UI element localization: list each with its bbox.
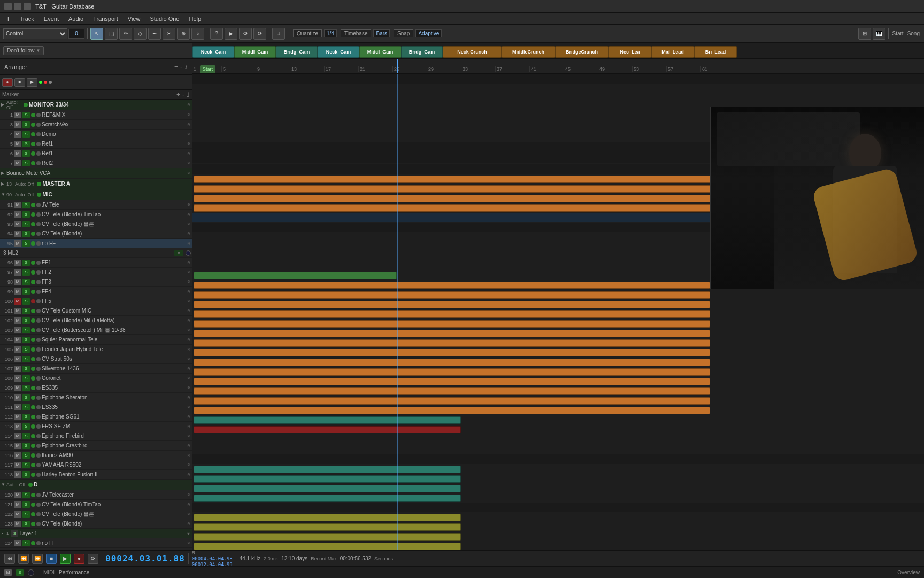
clip-109[interactable] <box>194 359 710 366</box>
clip-111[interactable] <box>194 378 710 385</box>
track-7-mute[interactable]: M <box>14 160 21 166</box>
track-row-104[interactable]: 104 M S Squier Paranormal Tele ≋ <box>0 335 192 345</box>
clip-124[interactable] <box>194 514 461 521</box>
paint-tool-btn[interactable]: ✒ <box>148 28 161 40</box>
content-row-118[interactable] <box>192 444 924 454</box>
status-m-btn[interactable]: M <box>4 569 12 576</box>
play-small-btn[interactable]: ▶ <box>27 78 37 87</box>
track-row-108[interactable]: 108 M S Coronet ≋ <box>0 374 192 383</box>
segment-nec-lead[interactable]: Nec_Lea <box>609 46 651 58</box>
track-row-4[interactable]: 4 M S Demo ≋ <box>0 130 192 139</box>
pencil-tool-btn[interactable]: ✏ <box>119 28 132 40</box>
content-row-108[interactable] <box>192 348 924 358</box>
track-4-solo[interactable]: S <box>22 131 30 138</box>
menu-item-help[interactable]: Help <box>184 14 205 23</box>
track-group-d[interactable]: ▼ Auto: Off D <box>0 480 192 490</box>
segment-bridg-gain-1[interactable]: Bridg_Gain <box>276 46 318 58</box>
content-row-112[interactable] <box>192 386 924 396</box>
clip-127[interactable] <box>194 543 461 550</box>
track-row-125[interactable]: 125 M S FFx1 ≋ <box>0 548 192 550</box>
midi-status[interactable]: MIDI <box>43 569 55 575</box>
performance-status[interactable]: Performance <box>59 569 89 575</box>
menu-item-view[interactable]: View <box>124 14 145 23</box>
clip-125[interactable] <box>194 523 461 531</box>
segment-mid-lead[interactable]: Mid_Lead <box>651 46 694 58</box>
content-row-121[interactable] <box>192 474 924 484</box>
segment-neck-crunch[interactable]: Neck Crunch <box>443 46 502 58</box>
metronome-btn[interactable]: ⟳ <box>253 28 266 40</box>
track-row-instrument[interactable]: 3 ML2 ▼ <box>0 248 192 258</box>
track-7-solo[interactable]: S <box>22 160 30 166</box>
help-btn[interactable]: ? <box>210 28 223 40</box>
clip-126[interactable] <box>194 533 461 541</box>
content-row-115[interactable] <box>192 415 924 425</box>
loop-transport-btn[interactable]: ⟳ <box>88 554 98 564</box>
track-row-95[interactable]: 95 M S no FF ≋ <box>0 239 192 248</box>
content-row-122[interactable] <box>192 484 924 493</box>
track-4-mute[interactable]: M <box>14 131 21 138</box>
clip-100[interactable] <box>194 272 397 279</box>
control-select[interactable]: Control <box>3 28 67 39</box>
content-row-117[interactable] <box>192 435 924 444</box>
track-row-91[interactable]: 91 M S JV Tele ≋ <box>0 200 192 210</box>
song-label[interactable]: Song <box>907 31 920 36</box>
mixer-btn[interactable]: ⊞ <box>858 28 871 40</box>
track-row-6[interactable]: 6 M S Ref1 ≋ <box>0 149 192 158</box>
clip-114[interactable] <box>194 407 710 414</box>
track-group-mic[interactable]: ▼ 90 Auto: Off MIC <box>0 189 192 200</box>
stop-btn[interactable]: ■ <box>14 78 25 87</box>
menu-item-track[interactable]: Track <box>16 14 38 23</box>
segment-bri-lead[interactable]: Bri_Lead <box>694 46 737 58</box>
arranger-note-btn[interactable]: ♪ <box>184 63 188 71</box>
track-row-124[interactable]: 124 M S no FF ≋ <box>0 538 192 548</box>
fast-forward-btn[interactable]: ⏩ <box>32 554 43 564</box>
mute-tool-btn[interactable]: ⊕ <box>177 28 190 40</box>
content-row-103[interactable] <box>192 300 924 309</box>
content-row-102[interactable] <box>192 290 924 300</box>
record-btn[interactable]: ● <box>2 78 13 87</box>
track-group-refmix[interactable]: ▶ Auto: Off MONITOR 33/34 ≋ <box>0 100 192 110</box>
track-row-96[interactable]: 96 M S FF1 ≋ <box>0 258 192 268</box>
clip-107[interactable] <box>194 339 710 347</box>
stop-transport-btn[interactable]: ■ <box>46 554 57 564</box>
quantize-value[interactable]: 1/4 <box>324 29 337 37</box>
menu-item-studio[interactable]: Studio One <box>145 14 183 23</box>
marker-add-btn[interactable]: + <box>176 91 180 98</box>
track-row-92[interactable]: 92 M S CV Tele (Blonde) TimTao ≋ <box>0 210 192 219</box>
track-row-105[interactable]: 105 M S Fender Japan Hybrid Tele ≋ <box>0 345 192 354</box>
track-group-bounce[interactable]: ▶ Bounce Mute VCA ≋ <box>0 168 192 179</box>
content-row-106[interactable] <box>192 329 924 338</box>
arranger-add-btn[interactable]: + <box>174 63 178 71</box>
clip-103[interactable] <box>194 301 710 308</box>
track-5-solo[interactable]: S <box>22 141 30 147</box>
clip-123[interactable] <box>194 495 461 502</box>
menu-item-app[interactable]: T <box>2 14 14 23</box>
segment-middl-gain-1[interactable]: Middl_Gain <box>234 46 276 58</box>
track-row-115[interactable]: 115 M S Epiphone Crestbird ≋ <box>0 441 192 451</box>
clip-110[interactable] <box>194 368 710 376</box>
track-layer-1[interactable]: × 1 S Layer 1 ▼ <box>0 529 192 538</box>
track-group-master[interactable]: ▶ 13 Auto: Off MASTER A <box>0 179 192 189</box>
erase-tool-btn[interactable]: ◇ <box>134 28 147 40</box>
segment-middl-gain-2[interactable]: Middl_Gain <box>359 46 401 58</box>
content-row-116[interactable] <box>192 425 924 435</box>
track-row-106[interactable]: 106 M S CV Strat 50s ≋ <box>0 354 192 364</box>
clip-108[interactable] <box>194 349 710 356</box>
clip-106[interactable] <box>194 330 710 337</box>
segment-neck-gain-1[interactable]: Neck_Gain <box>192 46 234 58</box>
track-row-1[interactable]: 1 M S REF&MIX ≋ <box>0 110 192 120</box>
track-6-solo[interactable]: S <box>22 150 30 157</box>
menu-item-audio[interactable]: Audio <box>64 14 88 23</box>
snap-value[interactable]: Adaptive <box>415 29 442 37</box>
content-row-124[interactable] <box>192 513 924 522</box>
track-row-109[interactable]: 109 M S ES335 ≋ <box>0 383 192 393</box>
clip-116[interactable] <box>194 426 461 434</box>
track-row-117[interactable]: 117 M S YAMAHA RS502 ≋ <box>0 460 192 470</box>
clip-120[interactable] <box>194 466 461 473</box>
segment-bridg-gain-2[interactable]: Bridg_Gain <box>401 46 443 58</box>
content-row-3[interactable] <box>192 94 924 104</box>
loop-btn[interactable]: ⟳ <box>239 28 252 40</box>
clip-104[interactable] <box>194 310 710 318</box>
track-row-123[interactable]: 123 M S CV Tele (Blonde) ≋ <box>0 519 192 529</box>
grid-btn[interactable]: ⌗ <box>272 28 285 40</box>
